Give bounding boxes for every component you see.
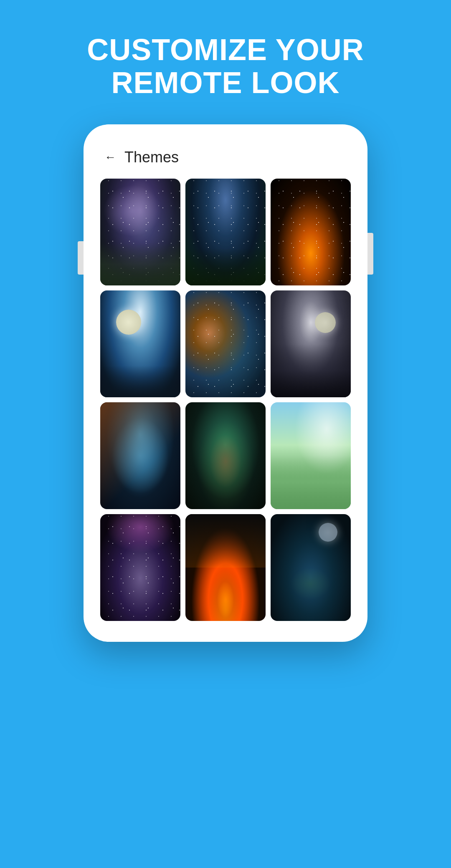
page-title: CUSTOMIZE YOUR REMOTE LOOK	[87, 33, 364, 99]
theme-item[interactable]	[100, 179, 180, 285]
theme-item[interactable]	[100, 514, 180, 621]
theme-item[interactable]	[271, 179, 351, 285]
theme-item[interactable]	[185, 290, 266, 397]
theme-item[interactable]	[100, 290, 180, 397]
phone-mockup: ← Themes	[84, 124, 367, 642]
themes-grid	[92, 174, 359, 629]
back-button[interactable]: ←	[104, 151, 116, 163]
screen-title: Themes	[124, 149, 179, 166]
phone-screen: ← Themes	[92, 137, 359, 629]
theme-item[interactable]	[271, 514, 351, 621]
theme-item[interactable]	[271, 402, 351, 509]
theme-item[interactable]	[271, 290, 351, 397]
theme-item[interactable]	[185, 402, 266, 509]
theme-item[interactable]	[185, 514, 266, 621]
top-bar: ← Themes	[92, 137, 359, 174]
theme-item[interactable]	[185, 179, 266, 285]
theme-item[interactable]	[100, 402, 180, 509]
